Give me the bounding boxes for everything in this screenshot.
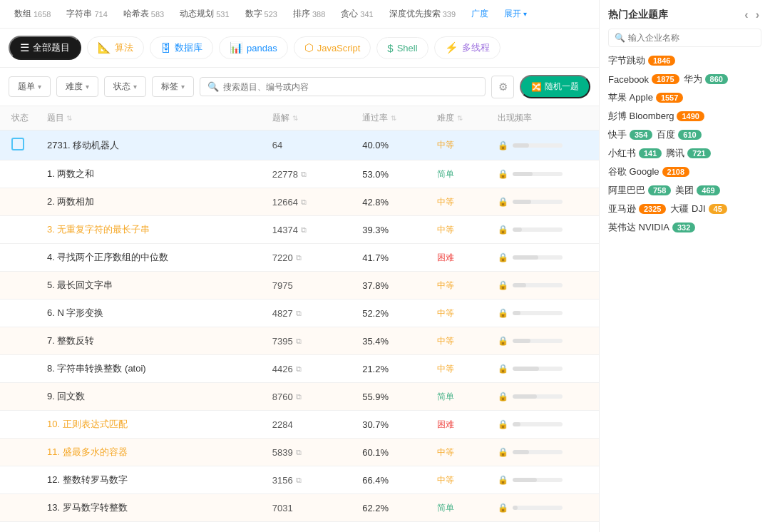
- company-tag[interactable]: 小红书141: [608, 147, 662, 160]
- filter-subject[interactable]: 题单 ▾: [9, 76, 51, 97]
- lock-icon: 🔒: [498, 419, 508, 429]
- company-name: 亚马逊: [608, 203, 636, 215]
- company-tag[interactable]: 大疆 DJI45: [670, 203, 727, 215]
- company-row: 谷歌 Google2108: [608, 165, 761, 178]
- company-name: 快手: [608, 128, 627, 141]
- prev-arrow[interactable]: ‹: [742, 9, 750, 21]
- company-tag[interactable]: 苹果 Apple1557: [608, 91, 683, 104]
- cat-string[interactable]: 字符串 714: [61, 6, 113, 22]
- sort-icon[interactable]: ⇅: [457, 114, 463, 122]
- btn-multi[interactable]: ⚡ 多线程: [434, 36, 500, 59]
- gear-button[interactable]: ⚙: [491, 76, 514, 98]
- table-row: 11. 盛最多水的容器 5839 ⧉ 60.1% 中等 🔒: [0, 439, 599, 466]
- problem-title[interactable]: 3. 无重复字符的最长子串: [47, 223, 272, 236]
- company-tag[interactable]: Facebook1875: [608, 74, 679, 85]
- pass-rate: 30.7%: [362, 419, 437, 430]
- company-tag[interactable]: 快手354: [608, 128, 652, 141]
- header-difficulty[interactable]: 难度 ⇅: [437, 112, 497, 124]
- next-arrow[interactable]: ›: [754, 9, 761, 21]
- cat-greedy[interactable]: 贪心 341: [335, 6, 379, 22]
- frequency-bar: 🔒: [498, 503, 587, 513]
- lock-icon: 🔒: [498, 308, 508, 318]
- sort-icon[interactable]: ⇅: [391, 114, 396, 122]
- copy-icon: ⧉: [296, 476, 302, 485]
- company-tag[interactable]: 美团469: [675, 184, 719, 197]
- random-button[interactable]: 🔀 随机一题: [520, 75, 590, 98]
- btn-pandas[interactable]: 📊 pandas: [219, 36, 288, 59]
- header-solution[interactable]: 题解 ⇅: [272, 112, 362, 124]
- pass-rate: 52.2%: [362, 308, 437, 319]
- chevron-down-icon: ▾: [38, 83, 41, 91]
- company-name: 华为: [684, 73, 702, 86]
- problem-title[interactable]: 9. 回文数: [47, 390, 272, 403]
- problem-title[interactable]: 2731. 移动机器人: [47, 139, 272, 152]
- sidebar-title: 热门企业题库 ‹ ›: [608, 9, 761, 21]
- company-name: 腾讯: [666, 147, 684, 160]
- company-count: 1846: [648, 56, 675, 66]
- problem-title[interactable]: 4. 寻找两个正序数组的中位数: [47, 251, 272, 264]
- company-tag[interactable]: 华为860: [684, 73, 728, 86]
- cat-array[interactable]: 数组 1658: [9, 6, 56, 22]
- btn-shell[interactable]: $ Shell: [376, 37, 428, 59]
- solution-count: 2284: [272, 419, 362, 430]
- header-passrate[interactable]: 通过率 ⇅: [362, 112, 437, 124]
- header-title[interactable]: 题目 ⇅: [47, 112, 272, 124]
- problem-title[interactable]: 11. 盛最多水的容器: [47, 446, 272, 459]
- solution-count: 7031: [272, 503, 362, 513]
- btn-algo[interactable]: 📐 算法: [87, 36, 144, 59]
- search-input[interactable]: [223, 82, 478, 92]
- cat-math[interactable]: 数字 523: [240, 6, 283, 22]
- problem-title[interactable]: 1. 两数之和: [47, 168, 272, 180]
- company-tag[interactable]: 字节跳动1846: [608, 54, 675, 67]
- problem-table: 2731. 移动机器人 64 40.0% 中等 🔒: [0, 131, 599, 522]
- solution-count: 12664 ⧉: [272, 197, 362, 208]
- pandas-icon: 📊: [230, 41, 243, 54]
- company-tag[interactable]: 腾讯721: [666, 147, 710, 160]
- sort-icon[interactable]: ⇅: [292, 114, 298, 122]
- btn-all-problems[interactable]: ☰ 全部题目: [9, 36, 81, 60]
- problem-title[interactable]: 6. N 字形变换: [47, 307, 272, 319]
- table-row: 2. 两数相加 12664 ⧉ 42.8% 中等 🔒: [0, 188, 599, 216]
- company-tag[interactable]: 亚马逊2325: [608, 203, 666, 215]
- filter-difficulty[interactable]: 难度 ▾: [56, 76, 98, 97]
- company-tag[interactable]: 百度610: [657, 128, 701, 141]
- difficulty-badge: 中等: [437, 335, 497, 347]
- filter-status[interactable]: 状态 ▾: [104, 76, 146, 97]
- problem-title[interactable]: 2. 两数相加: [47, 195, 272, 208]
- pass-rate: 53.0%: [362, 169, 437, 180]
- cat-dfs[interactable]: 深度优先搜索 339: [384, 6, 461, 22]
- pass-rate: 60.1%: [362, 447, 437, 458]
- difficulty-badge: 中等: [437, 446, 497, 459]
- problem-title[interactable]: 5. 最长回文字串: [47, 279, 272, 292]
- difficulty-badge: 困难: [437, 252, 497, 264]
- company-tag[interactable]: 英伟达 NVIDIA332: [608, 221, 695, 234]
- lock-icon: 🔒: [498, 280, 508, 290]
- problem-title[interactable]: 12. 整数转罗马数字: [47, 474, 272, 486]
- copy-icon: ⧉: [301, 170, 307, 179]
- cat-bfs[interactable]: 广度: [466, 6, 494, 22]
- frequency-bar: 🔒: [498, 364, 587, 374]
- btn-js[interactable]: ⬡ JavaScript: [294, 36, 371, 59]
- lock-icon: 🔒: [498, 447, 508, 457]
- company-tag[interactable]: 阿里巴巴758: [608, 184, 671, 197]
- company-tag[interactable]: 谷歌 Google2108: [608, 165, 689, 178]
- frequency-bar: 🔒: [498, 447, 587, 457]
- table-row: 2731. 移动机器人 64 40.0% 中等 🔒: [0, 131, 599, 160]
- btn-db[interactable]: 🗄 数据库: [150, 36, 213, 59]
- company-count: 721: [687, 148, 710, 158]
- company-tag[interactable]: 彭博 Bloomberg1490: [608, 110, 704, 123]
- filter-tag[interactable]: 标签 ▾: [152, 76, 194, 97]
- cat-sort[interactable]: 排序 388: [287, 6, 331, 22]
- cat-expand[interactable]: 展开 ▾: [498, 6, 533, 22]
- cat-dp[interactable]: 动态规划 531: [174, 6, 235, 22]
- table-row: 5. 最长回文字串 7975 37.8% 中等 🔒: [0, 272, 599, 300]
- problem-title[interactable]: 10. 正则表达式匹配: [47, 418, 272, 431]
- problem-title[interactable]: 8. 字符串转换整数 (atoi): [47, 362, 272, 375]
- problem-title[interactable]: 13. 罗马数字转整数: [47, 501, 272, 514]
- pass-rate: 21.2%: [362, 364, 437, 374]
- company-search-input[interactable]: [628, 33, 755, 43]
- sort-icon[interactable]: ⇅: [66, 114, 72, 122]
- problem-title[interactable]: 7. 整数反转: [47, 334, 272, 347]
- company-count: 2325: [639, 204, 666, 214]
- cat-hash[interactable]: 哈希表 583: [118, 6, 170, 22]
